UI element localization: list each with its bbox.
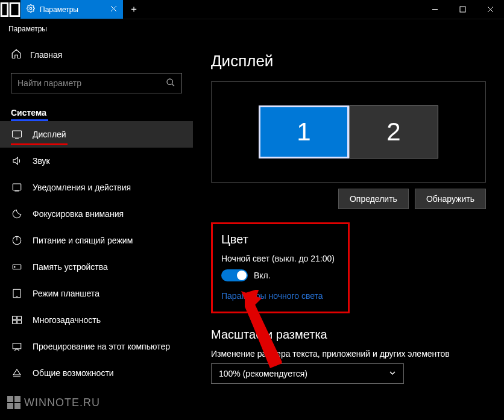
sidebar-item-label: Питание и спящий режим (33, 236, 133, 245)
toggle-label: Вкл. (254, 271, 271, 280)
svg-rect-1 (10, 3, 19, 16)
search-input[interactable]: Найти параметр (11, 73, 182, 93)
sidebar-item-focus[interactable]: Фокусировка внимания (0, 201, 193, 227)
night-light-toggle[interactable] (221, 269, 248, 281)
tab-settings[interactable]: Параметры (20, 0, 123, 19)
svg-point-9 (14, 266, 16, 268)
sidebar-item-notifications[interactable]: Уведомления и действия (0, 174, 193, 201)
svg-rect-3 (460, 7, 465, 12)
page-title: Дисплей (211, 52, 486, 71)
night-light-status: Ночной свет (выкл. до 21:00) (221, 254, 339, 263)
shared-icon (11, 367, 23, 379)
chevron-down-icon (389, 369, 396, 378)
annotation-red-box: Цвет Ночной свет (выкл. до 21:00) Вкл. П… (211, 222, 350, 313)
sidebar-item-tablet[interactable]: Режим планшета (0, 280, 193, 307)
sidebar-item-storage[interactable]: Память устройства (0, 254, 193, 280)
close-button[interactable] (476, 0, 504, 19)
sidebar-item-multitask[interactable]: Многозадачность (0, 307, 193, 333)
scaling-description: Изменение размера текста, приложений и д… (211, 349, 486, 359)
tab-label: Параметры (40, 5, 78, 14)
new-tab-button[interactable]: ＋ (123, 0, 145, 19)
focus-icon (11, 208, 23, 220)
sidebar-item-label: Уведомления и действия (33, 183, 131, 192)
svg-rect-15 (13, 343, 21, 349)
sidebar-item-sound[interactable]: Звук (0, 148, 193, 174)
sidebar-item-label: Многозадачность (33, 315, 101, 325)
sidebar-item-projecting[interactable]: Проецирование на этот компьютер (0, 333, 193, 360)
scaling-value: 100% (рекомендуется) (219, 369, 307, 378)
annotation-underline-red (11, 143, 68, 145)
maximize-button[interactable] (449, 0, 476, 19)
main-content: Дисплей 1 2 Определить Обнаружить Цвет Н… (193, 39, 504, 420)
identify-button[interactable]: Определить (338, 189, 409, 209)
sound-icon (11, 155, 23, 167)
scaling-dropdown[interactable]: 100% (рекомендуется) (211, 363, 404, 384)
svg-rect-14 (17, 321, 22, 324)
sidebar-item-power[interactable]: Питание и спящий режим (0, 227, 193, 254)
projecting-icon (11, 340, 23, 353)
svg-rect-12 (17, 316, 22, 319)
svg-rect-0 (1, 3, 8, 16)
svg-point-4 (167, 79, 172, 84)
sidebar-home-label: Главная (30, 50, 62, 60)
monitor-2[interactable]: 2 (349, 105, 438, 158)
taskview-icon[interactable] (0, 0, 20, 19)
sidebar-item-label: Общие возможности (33, 368, 114, 378)
search-icon (166, 78, 175, 89)
sidebar-item-label: Звук (33, 156, 50, 166)
sidebar-item-label: Память устройства (33, 262, 108, 272)
tablet-icon (11, 287, 23, 299)
scaling-heading: Масштаб и разметка (211, 328, 486, 342)
notifications-icon (11, 181, 23, 193)
sidebar-home[interactable]: Главная (0, 42, 193, 67)
night-light-settings-link[interactable]: Параметры ночного света (221, 291, 339, 301)
windows-logo-icon (7, 396, 20, 409)
svg-rect-11 (13, 316, 17, 319)
svg-rect-13 (13, 321, 17, 324)
power-icon (11, 234, 23, 246)
storage-icon (11, 261, 23, 273)
multitask-icon (11, 314, 23, 326)
sidebar-item-label: Режим планшета (33, 289, 99, 298)
monitors-arrangement[interactable]: 1 2 (211, 81, 486, 183)
svg-rect-5 (13, 131, 22, 137)
color-heading: Цвет (221, 233, 339, 246)
search-placeholder: Найти параметр (17, 78, 166, 88)
gear-icon (27, 4, 35, 14)
sidebar-item-display[interactable]: Дисплей (0, 121, 193, 148)
home-icon (11, 48, 22, 61)
display-icon (11, 128, 23, 140)
tab-close-icon[interactable] (110, 5, 117, 14)
detect-button[interactable]: Обнаружить (415, 189, 486, 209)
breadcrumb: Параметры (0, 19, 504, 39)
minimize-button[interactable] (421, 0, 449, 19)
svg-point-2 (30, 7, 32, 10)
monitor-1[interactable]: 1 (259, 105, 349, 158)
sidebar-item-shared[interactable]: Общие возможности (0, 360, 193, 386)
sidebar-section-system: Система (0, 102, 193, 121)
sidebar-item-label: Фокусировка внимания (33, 209, 124, 219)
svg-rect-6 (13, 184, 21, 190)
watermark: WINNOTE.RU (7, 396, 100, 409)
sidebar: Главная Найти параметр Система Дисплей З… (0, 39, 193, 420)
sidebar-item-label: Проецирование на этот компьютер (33, 342, 170, 351)
sidebar-item-label: Дисплей (33, 130, 66, 139)
